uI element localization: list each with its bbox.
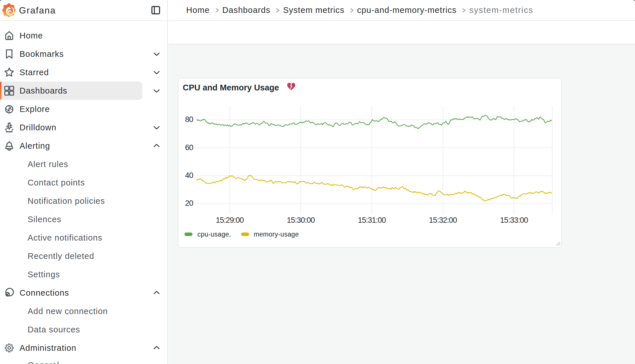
svg-text:15:29:00: 15:29:00: [216, 216, 244, 224]
svg-text:20: 20: [185, 199, 193, 208]
svg-text:cpu-usage,: cpu-usage,: [197, 231, 231, 238]
svg-text:15:31:00: 15:31:00: [358, 216, 386, 224]
svg-text:40: 40: [185, 171, 193, 180]
svg-text:15:30:00: 15:30:00: [287, 216, 315, 224]
svg-text:15:33:00: 15:33:00: [500, 216, 528, 224]
svg-text:15:32:00: 15:32:00: [429, 216, 457, 224]
svg-text:memory-usage: memory-usage: [254, 231, 299, 238]
svg-text:60: 60: [185, 143, 193, 152]
svg-text:80: 80: [185, 115, 193, 124]
